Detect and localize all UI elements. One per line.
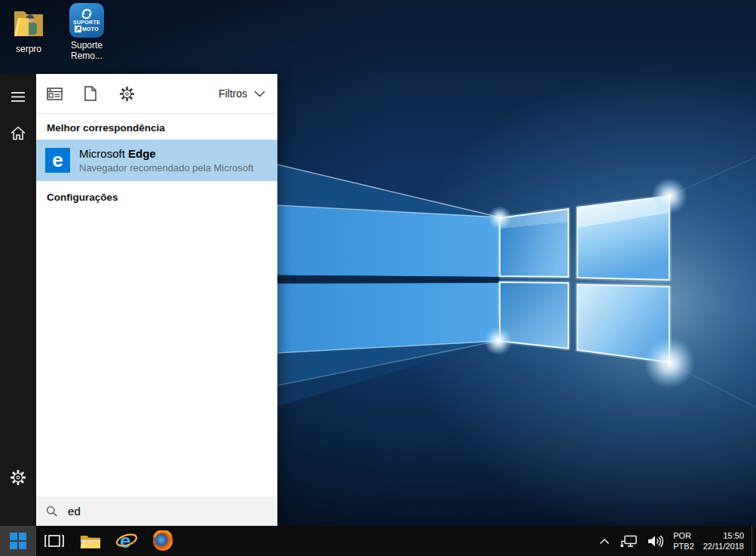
internet-explorer-icon: e (115, 530, 138, 551)
panel-empty-area (36, 210, 277, 496)
chevron-down-icon (254, 91, 265, 97)
result-title: Microsoft Edge (79, 147, 253, 160)
file-explorer-icon (80, 533, 101, 550)
settings-button[interactable] (0, 459, 36, 496)
filters-dropdown[interactable]: Filtros (219, 88, 277, 100)
hamburger-menu-button[interactable] (0, 78, 36, 115)
hamburger-icon (11, 92, 25, 102)
ethernet-network-icon (620, 535, 637, 548)
result-subtitle: Navegador recomendado pela Microsoft (79, 162, 253, 174)
desktop-icon-serpro[interactable]: serpro (2, 6, 56, 54)
windows-desktop: serpro SUPORTE MOTO Suporte Remo... (0, 0, 756, 556)
search-input[interactable] (66, 504, 268, 518)
network-status-button[interactable] (615, 526, 642, 556)
task-view-button[interactable] (36, 526, 72, 556)
search-panel: Filtros Melhor correspondência e Microso… (36, 74, 277, 526)
search-icon (46, 505, 58, 518)
start-menu-rail (0, 74, 36, 526)
keyboard-layout: PTB2 (673, 541, 694, 551)
best-match-header: Melhor correspondência (36, 114, 277, 140)
show-desktop-button[interactable] (751, 526, 756, 556)
volume-button[interactable] (642, 526, 669, 556)
task-view-icon (44, 533, 65, 548)
suporte-remoto-app-icon: SUPORTE MOTO (69, 3, 104, 38)
firefox-icon (152, 530, 173, 551)
firefox-button[interactable] (145, 526, 181, 556)
clock-time: 15:50 (703, 530, 744, 541)
internet-explorer-button[interactable]: e (109, 526, 145, 556)
apps-window-icon (47, 88, 63, 100)
result-text: Microsoft Edge Navegador recomendado pel… (79, 147, 253, 174)
system-tray: POR PTB2 15:50 22/11/2018 (594, 526, 756, 556)
desktop-icon-label: serpro (2, 44, 56, 54)
filters-label: Filtros (219, 88, 247, 100)
document-icon (84, 86, 96, 101)
desktop-icon-label: Suporte Remo... (60, 40, 114, 61)
suporte-tile-text-2: MOTO (82, 26, 99, 32)
speaker-icon (647, 535, 663, 548)
chevron-up-icon (599, 538, 610, 545)
language-code: POR (673, 530, 694, 541)
language-indicator[interactable]: POR PTB2 (669, 530, 699, 551)
home-button[interactable] (0, 115, 36, 151)
gear-icon (119, 86, 135, 102)
start-button[interactable] (0, 526, 36, 556)
desktop-icon-suporte-remoto[interactable]: SUPORTE MOTO Suporte Remo... (60, 3, 114, 61)
filter-apps-button[interactable] (36, 78, 72, 109)
filter-documents-button[interactable] (72, 78, 109, 109)
suporte-tile-text-1: SUPORTE (73, 20, 100, 26)
filter-settings-button[interactable] (109, 78, 145, 109)
home-icon (10, 126, 26, 140)
taskbar-clock[interactable]: 15:50 22/11/2018 (699, 530, 751, 551)
search-panel-header: Filtros (36, 74, 277, 114)
tray-expand-button[interactable] (594, 526, 615, 556)
windows-logo-icon (10, 533, 26, 549)
search-box[interactable] (36, 496, 277, 526)
svg-text:e: e (120, 530, 130, 551)
edge-app-icon: e (45, 148, 70, 173)
taskbar: e (0, 526, 756, 556)
user-folder-icon (11, 6, 47, 39)
remote-arrow-badge-icon (75, 26, 81, 32)
sync-arrows-icon (80, 8, 93, 20)
file-explorer-button[interactable] (72, 526, 109, 556)
gear-icon (10, 469, 26, 486)
search-result-microsoft-edge[interactable]: e Microsoft Edge Navegador recomendado p… (36, 140, 277, 181)
settings-section-header: Configurações (36, 181, 277, 210)
clock-date: 22/11/2018 (703, 541, 744, 551)
